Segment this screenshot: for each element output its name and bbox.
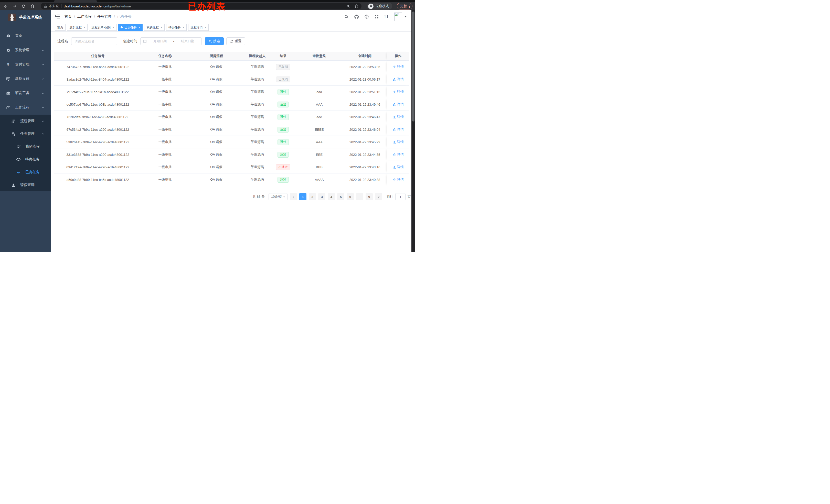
process-name-input[interactable] [71,37,117,45]
detail-link[interactable]: 详情 [392,102,404,107]
sidebar-item-流程管理[interactable]: 流程管理 [0,114,51,127]
close-icon[interactable]: × [138,26,140,29]
sidebar-collapse-icon[interactable] [55,14,60,19]
page-number-list: 123456···9 [299,193,373,200]
tab-label: 我的流程 [147,25,159,30]
sidebar-item-研发工具[interactable]: 研发工具 [0,86,51,100]
help-icon[interactable] [364,14,369,19]
sidebar-item-工作流程[interactable]: 工作流程 [0,100,51,114]
sidebar-item-基础设施[interactable]: 基础设施 [0,72,51,86]
detail-link[interactable]: 详情 [392,152,404,157]
sidebar-item-label: 支付管理 [15,62,29,67]
page-button-6[interactable]: 6 [347,193,354,200]
tab-发起流程[interactable]: 发起流程× [67,24,88,31]
breadcrumb-item-任务管理[interactable]: 任务管理 [97,14,111,19]
back-icon[interactable] [4,4,8,8]
tab-待办任务[interactable]: 待办任务× [166,24,187,31]
detail-link[interactable]: 详情 [392,90,404,94]
page-button-2[interactable]: 2 [309,193,316,200]
cell-task-id: 3adac3d2-7b9d-11ec-8404-acde48001122 [54,73,141,86]
tab-我的流程[interactable]: 我的流程× [144,24,165,31]
search-button-icon [209,40,212,43]
font-size-icon[interactable]: TT [384,14,389,19]
sidebar-item-请假查询[interactable]: 请假查询 [0,178,51,191]
github-icon[interactable] [354,14,359,19]
breadcrumb-item-首页[interactable]: 首页 [65,14,72,19]
page-scrollbar[interactable] [411,10,415,252]
url-text[interactable]: dashboard.yudao.iocoder.cn/bpm/task/done [64,4,131,8]
cell-task-name: 一级审批 [141,98,189,110]
sidebar-item-我的流程[interactable]: 我的流程 [0,140,51,153]
cell-created: 2022-01-22 23:51:15 [343,86,387,98]
detail-link[interactable]: 详情 [392,114,404,119]
cell-created: 2022-01-22 23:43:16 [343,161,387,173]
browser-active-tab[interactable] [54,0,97,2]
home-icon[interactable] [30,4,35,8]
page-scrollbar-thumb[interactable] [412,11,414,122]
close-icon[interactable]: × [84,26,85,29]
sidebar-logo[interactable]: 芋道管理系统 [0,10,51,25]
detail-link[interactable]: 详情 [392,140,404,144]
cell-task-name: 一级审批 [141,61,189,73]
search-icon[interactable] [344,14,349,19]
close-icon[interactable]: × [113,26,115,29]
page-button-1[interactable]: 1 [299,193,307,200]
search-button[interactable]: 搜索 [205,37,224,45]
page-button-5[interactable]: 5 [337,193,344,200]
goto-page-input[interactable] [395,193,406,200]
browser-update-button[interactable]: 更新 [397,3,412,9]
tab-流程详情[interactable]: 流程详情× [188,24,209,31]
refresh-icon [230,40,233,43]
detail-link[interactable]: 详情 [392,165,404,169]
sidebar-item-首页[interactable]: 首页 [0,29,51,43]
close-icon[interactable]: × [183,26,184,29]
fullscreen-icon[interactable] [374,14,379,19]
result-badge: 已取消 [276,64,290,70]
sidebar-item-待办任务[interactable]: 待办任务 [0,153,51,166]
breadcrumb: 首页/工作流程/任务管理/已办任务 [65,14,132,19]
prev-page-button[interactable] [290,193,297,200]
close-icon[interactable]: × [204,26,206,29]
cell-comment: eee [296,111,343,123]
next-page-button[interactable] [375,193,382,200]
breadcrumb-item-工作流程[interactable]: 工作流程 [77,14,92,19]
detail-link[interactable]: 详情 [392,127,404,132]
cell-result: 不通过 [270,161,296,173]
detail-link[interactable]: 详情 [392,77,404,81]
user-avatar-menu[interactable] [394,12,407,21]
detail-link[interactable]: 详情 [392,64,404,69]
tab-已办任务[interactable]: 已办任务× [118,24,142,31]
tab-label: 流程表单-编辑 [91,25,111,30]
tab-首页[interactable]: 首页 [55,24,66,31]
table-row: 215cf4e5-7b9b-11ec-9a1b-acde48001122一级审批… [54,86,409,98]
page-button-3[interactable]: 3 [318,193,325,200]
detail-link[interactable]: 详情 [392,177,404,182]
reset-button[interactable]: 重置 [226,37,245,45]
bookmark-star-icon[interactable] [354,4,358,8]
sidebar-item-已办任务[interactable]: 已办任务 [0,166,51,178]
page-size-select[interactable]: 10条/页 ˅ [268,193,288,200]
search-button-label: 搜索 [213,39,220,43]
range-separator: - [173,39,174,43]
forward-icon[interactable] [12,4,17,8]
cell-process: OA 请假 [189,123,244,136]
page-button-4[interactable]: 4 [328,193,335,200]
page-button-9[interactable]: 9 [365,193,373,200]
key-icon[interactable] [347,4,351,8]
face-icon [15,144,22,149]
security-label: 不安全 [49,4,59,8]
close-icon[interactable]: × [161,26,162,29]
sidebar-item-系统管理[interactable]: 系统管理 [0,43,51,57]
chevron-up-icon [41,106,44,109]
security-warning-icon[interactable]: 不安全 [44,4,59,8]
tab-流程表单-编辑[interactable]: 流程表单-编辑× [89,24,117,31]
main-area: 首页/工作流程/任务管理/已办任务 TT 首页发 [51,10,415,252]
browser-menu-icon[interactable] [409,5,410,8]
cell-task-id: 74736737-7b9b-11ec-b5b7-acde48001122 [54,61,141,73]
result-badge: 通过 [278,152,289,158]
more-pages-icon[interactable]: ··· [356,193,363,200]
reload-icon[interactable] [22,4,26,8]
date-range-picker[interactable]: 开始日期 - 结束日期 [140,37,202,45]
sidebar-item-支付管理[interactable]: ¥支付管理 [0,57,51,72]
sidebar-item-任务管理[interactable]: 任务管理 [0,127,51,140]
